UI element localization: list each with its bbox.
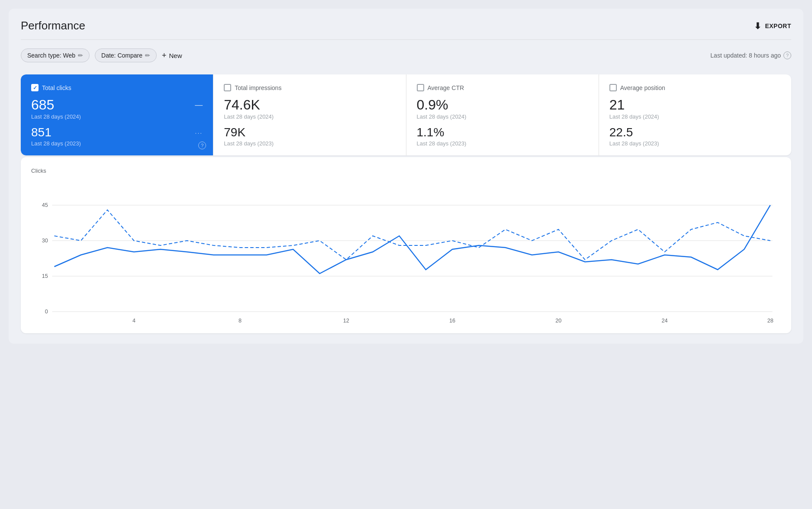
metric-trend-icon-2: ··· [195, 129, 203, 136]
metric-card-total-clicks[interactable]: Total clicks 685 — Last 28 days (2024) 8… [21, 74, 213, 155]
help-icon-impressions[interactable]: ? [391, 142, 399, 149]
metric-period-1: Last 28 days (2024) [31, 113, 203, 120]
metric-period-impressions-2: Last 28 days (2023) [224, 140, 395, 147]
chart-wrap: 0 15 30 45 4 8 12 16 20 24 28 [31, 177, 781, 325]
svg-text:12: 12 [343, 317, 349, 324]
date-filter[interactable]: Date: Compare ✏ [95, 48, 157, 62]
metric-label-ctr: Average CTR [428, 84, 464, 91]
plus-icon: + [162, 51, 167, 60]
svg-text:30: 30 [42, 237, 48, 244]
chart-svg: 0 15 30 45 4 8 12 16 20 24 28 [31, 177, 781, 325]
metric-value-impressions-1: 74.6K [224, 97, 395, 113]
header: Performance ⬇ EXPORT [21, 19, 791, 40]
metric-card-total-impressions[interactable]: Total impressions 74.6K Last 28 days (20… [213, 74, 406, 155]
page-title: Performance [21, 19, 85, 32]
metric-checkbox-ctr[interactable] [417, 84, 424, 91]
metric-header: Total clicks [31, 84, 203, 91]
metric-checkbox-impressions[interactable] [224, 84, 231, 91]
svg-text:0: 0 [45, 308, 48, 315]
svg-text:24: 24 [661, 317, 667, 324]
metric-header-ctr: Average CTR [417, 84, 588, 91]
metric-checkbox-position[interactable] [609, 84, 617, 91]
metric-period-position-1: Last 28 days (2024) [609, 113, 781, 120]
svg-text:16: 16 [449, 317, 455, 324]
last-updated: Last updated: 8 hours ago ? [710, 52, 791, 59]
svg-text:20: 20 [555, 317, 561, 324]
metric-header-impressions: Total impressions [224, 84, 395, 91]
page-container: Performance ⬇ EXPORT Search type: Web ✏ … [9, 9, 803, 344]
new-button[interactable]: + New [162, 51, 182, 60]
search-type-filter[interactable]: Search type: Web ✏ [21, 48, 90, 62]
metrics-row: Total clicks 685 — Last 28 days (2024) 8… [21, 74, 791, 155]
metric-period-position-2: Last 28 days (2023) [609, 140, 781, 147]
metric-header-position: Average position [609, 84, 781, 91]
help-icon-ctr[interactable]: ? [584, 142, 592, 149]
svg-text:28: 28 [767, 317, 773, 324]
svg-text:8: 8 [238, 317, 242, 324]
metric-label-impressions: Total impressions [235, 84, 281, 91]
help-icon-header[interactable]: ? [783, 52, 791, 59]
metric-period-2: Last 28 days (2023) [31, 140, 203, 147]
metric-card-avg-ctr[interactable]: Average CTR 0.9% Last 28 days (2024) 1.1… [406, 74, 599, 155]
metric-period-ctr-2: Last 28 days (2023) [417, 140, 588, 147]
metric-value-ctr-1: 0.9% [417, 97, 588, 113]
chart-container: Clicks 0 15 30 45 4 8 [21, 157, 791, 333]
metric-value-position-1: 21 [609, 97, 781, 113]
edit-icon: ✏ [78, 52, 83, 59]
metric-value-impressions-2: 79K [224, 126, 395, 139]
metric-label-position: Average position [620, 84, 665, 91]
edit-icon-2: ✏ [145, 52, 150, 59]
metric-value-1: 685 [31, 97, 54, 113]
metric-value-ctr-2: 1.1% [417, 126, 588, 139]
help-icon-clicks[interactable]: ? [198, 142, 206, 149]
metric-period-impressions-1: Last 28 days (2024) [224, 113, 395, 120]
metric-label: Total clicks [42, 84, 71, 91]
chart-y-label: Clicks [31, 168, 781, 174]
metric-checkbox-active[interactable] [31, 84, 39, 91]
export-button[interactable]: ⬇ EXPORT [754, 21, 791, 31]
metric-value-2: 851 [31, 126, 52, 139]
metric-period-ctr-1: Last 28 days (2024) [417, 113, 588, 120]
metric-trend-icon: — [195, 100, 203, 110]
toolbar: Search type: Web ✏ Date: Compare ✏ + New… [21, 48, 791, 62]
svg-text:4: 4 [132, 317, 135, 324]
svg-text:45: 45 [42, 202, 48, 208]
metric-card-avg-position[interactable]: Average position 21 Last 28 days (2024) … [599, 74, 791, 155]
chart-line-2024 [55, 205, 770, 274]
help-icon-position[interactable]: ? [777, 142, 784, 149]
download-icon: ⬇ [754, 21, 762, 31]
svg-text:15: 15 [42, 273, 48, 279]
metric-value-position-2: 22.5 [609, 126, 781, 139]
